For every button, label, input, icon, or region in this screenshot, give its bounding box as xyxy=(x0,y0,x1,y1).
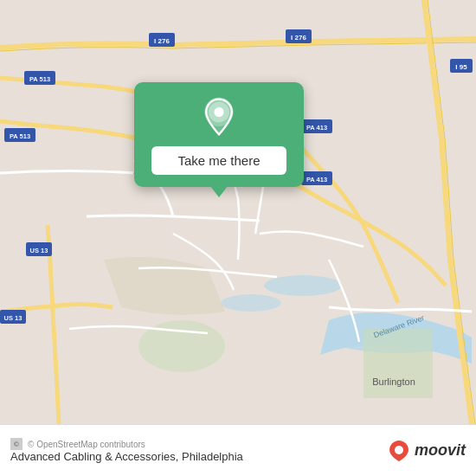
svg-point-3 xyxy=(221,294,281,312)
svg-text:I 95: I 95 xyxy=(455,63,467,71)
openstreetmap-icon: © xyxy=(10,438,23,450)
location-pin-icon xyxy=(198,96,240,138)
popup-card: Take me there xyxy=(134,82,304,187)
svg-text:PA 513: PA 513 xyxy=(29,75,50,83)
take-me-there-button[interactable]: Take me there xyxy=(151,146,286,175)
svg-text:I 276: I 276 xyxy=(154,37,170,45)
svg-text:PA 413: PA 413 xyxy=(306,176,327,183)
bottom-bar: © © OpenStreetMap contributors Advanced … xyxy=(0,424,476,476)
moovit-pin-icon xyxy=(387,439,411,463)
map-area[interactable]: I 276 I 276 I 95 PA 513 PA 513 PA 413 PA… xyxy=(0,0,476,424)
map-svg: I 276 I 276 I 95 PA 513 PA 513 PA 413 PA… xyxy=(0,0,476,424)
copyright-text: © OpenStreetMap contributors xyxy=(28,440,380,449)
svg-text:PA 513: PA 513 xyxy=(10,132,30,140)
bottom-content: © © OpenStreetMap contributors Advanced … xyxy=(10,438,380,463)
svg-text:Burlington: Burlington xyxy=(372,376,415,387)
svg-point-2 xyxy=(264,275,342,296)
moovit-logo: moovit xyxy=(387,439,466,463)
svg-point-29 xyxy=(214,107,223,117)
svg-text:US 13: US 13 xyxy=(30,247,48,254)
svg-text:US 13: US 13 xyxy=(4,314,23,322)
moovit-text: moovit xyxy=(415,441,466,460)
copyright-row: © © OpenStreetMap contributors xyxy=(10,438,380,450)
svg-text:PA 413: PA 413 xyxy=(306,124,327,132)
location-title: Advanced Cabling & Accessories, Philadel… xyxy=(10,450,380,463)
svg-text:I 276: I 276 xyxy=(291,34,306,42)
svg-text:©: © xyxy=(14,441,19,448)
svg-rect-4 xyxy=(363,329,433,398)
svg-point-32 xyxy=(395,446,403,454)
